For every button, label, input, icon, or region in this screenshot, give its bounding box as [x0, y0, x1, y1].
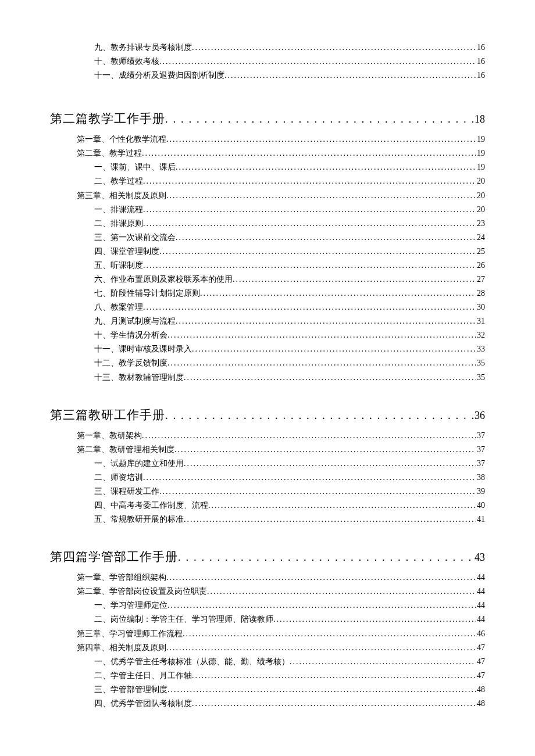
toc-entry-page: 19 — [476, 132, 485, 146]
toc-entry-title: 第二章、教研管理相关制度 — [77, 443, 174, 457]
toc-entry: 一、学习管理师定位...............................… — [50, 599, 485, 612]
toc-entry: 七、阶段性辅导计划制定原则...........................… — [50, 286, 485, 300]
toc-entry-title: 一、排课流程 — [94, 203, 143, 217]
toc-entry-page: 48 — [476, 697, 485, 711]
toc-leader-dots: ........................................… — [184, 371, 476, 385]
toc-continuation: 九、教务排课专员考核制度 ...........................… — [50, 41, 485, 83]
toc-part-title: 第二篇教学工作手册 — [50, 110, 165, 127]
toc-entry: 十、教师绩效考核 ...............................… — [50, 55, 485, 69]
toc-leader-dots: ........................................… — [184, 457, 476, 471]
toc-entry-page: 44 — [476, 599, 485, 612]
toc-leader-dots: ........................................… — [143, 300, 476, 314]
toc-leader-dots: ........................................… — [208, 499, 476, 513]
toc-entry: 五、常规教研开展的标准.............................… — [50, 513, 485, 526]
toc-entry-title: 五、常规教研开展的标准 — [94, 513, 184, 526]
toc-entry: 十一、课时审核及课时录入............................… — [50, 342, 485, 356]
toc-part-2: 第二篇教学工作手册 . . . . . . . . . . . . . . . … — [50, 110, 485, 384]
toc-entry: 第二章、教研管理相关制度............................… — [50, 443, 485, 457]
toc-entry-title: 十、教师绩效考核 — [94, 55, 159, 69]
toc-entry-page: 16 — [476, 69, 485, 83]
toc-leader-dots: ........................................… — [176, 314, 476, 328]
toc-leader-dots: ........................................… — [166, 189, 476, 203]
toc-part-page: 36 — [473, 410, 485, 422]
toc-entry-page: 37 — [476, 429, 485, 443]
toc-entry-page: 19 — [476, 160, 485, 174]
toc-leader-dots: ........................................… — [192, 697, 476, 711]
toc-leader-dots: . . . . . . . . . . . . . . . . . . . . … — [165, 409, 473, 422]
toc-entry-title: 一、课前、课中、课后 — [94, 160, 176, 174]
toc-entry-page: 37 — [476, 457, 485, 471]
toc-leader-dots: ........................................… — [184, 513, 476, 526]
toc-entry-page: 40 — [476, 499, 485, 513]
toc-part-title: 第三篇教研工作手册 — [50, 407, 165, 423]
toc-entry-page: 24 — [476, 231, 485, 245]
toc-entry-page: 28 — [476, 286, 485, 300]
toc-entry: 一、课前、课中、课后..............................… — [50, 160, 485, 174]
toc-leader-dots: ........................................… — [176, 160, 476, 174]
toc-entry-page: 19 — [476, 146, 485, 160]
toc-entry-page: 20 — [476, 189, 485, 203]
toc-entry-title: 第一章、教研架构 — [77, 429, 142, 443]
toc-entry: 一、试题库的建立和使用.............................… — [50, 457, 485, 471]
toc-leader-dots: ........................................… — [224, 69, 476, 83]
toc-entry-title: 五、听课制度 — [94, 259, 143, 273]
toc-entry-page: 33 — [476, 342, 485, 356]
toc-leader-dots: ........................................… — [166, 132, 476, 146]
toc-entry-title: 三、学管部管理制度 — [94, 683, 167, 697]
toc-leader-dots: . . . . . . . . . . . . . . . . . . . . … — [165, 113, 473, 126]
toc-leader-dots: ........................................… — [142, 146, 476, 160]
toc-entry: 二、岗位编制：学管主任、学习管理师、陪读教师..................… — [50, 612, 485, 626]
toc-entry-title: 四、优秀学管团队考核制度 — [94, 697, 192, 711]
toc-entry-page: 30 — [476, 300, 485, 314]
toc-entry-title: 第二章、教学过程 — [77, 146, 142, 160]
toc-entry-title: 二、学管主任日、月工作轴 — [94, 669, 192, 683]
toc-entry-page: 44 — [476, 571, 485, 585]
toc-entry-title: 二、排课原则 — [94, 217, 143, 231]
toc-leader-dots: ........................................… — [167, 356, 476, 370]
toc-leader-dots: ........................................… — [143, 471, 476, 485]
toc-entry-title: 一、试题库的建立和使用 — [94, 457, 184, 471]
toc-entry-title: 第二章、学管部岗位设置及岗位职责 — [77, 585, 207, 599]
toc-leader-dots: ........................................… — [143, 203, 476, 217]
toc-entry-title: 四、中高考考委工作制度、流程 — [94, 499, 208, 513]
toc-entry-title: 十一、成绩分析及退费归因剖析制度 — [94, 69, 224, 83]
toc-leader-dots: ........................................… — [207, 585, 476, 599]
toc-entry-page: 31 — [476, 314, 485, 328]
toc-entry-title: 第三章、相关制度及原则 — [77, 189, 166, 203]
toc-leader-dots: ........................................… — [143, 217, 476, 231]
toc-leader-dots: ........................................… — [192, 342, 476, 356]
toc-entry: 五、听课制度..................................… — [50, 259, 485, 273]
toc-entry-page: 25 — [476, 245, 485, 259]
toc-entry: 一、优秀学管主任考核标准（从德、能、勤、绩考核）................… — [50, 655, 485, 669]
toc-entry-page: 47 — [476, 641, 485, 655]
toc-entry-title: 第三章、学习管理师工作流程 — [77, 627, 183, 641]
toc-entry: 二、教学过程..................................… — [50, 174, 485, 188]
toc-leader-dots: ........................................… — [200, 286, 476, 300]
toc-leader-dots: ........................................… — [159, 485, 476, 499]
toc-leader-dots: ........................................… — [273, 612, 476, 626]
toc-entry-page: 44 — [476, 612, 485, 626]
toc-entry-page: 35 — [476, 356, 485, 370]
toc-leader-dots: ........................................… — [183, 627, 476, 641]
toc-entry-title: 十二、教学反馈制度 — [94, 356, 167, 370]
toc-part-4: 第四篇学管部工作手册 . . . . . . . . . . . . . . .… — [50, 549, 485, 711]
toc-entry-page: 16 — [476, 55, 485, 69]
toc-entry: 九、教务排课专员考核制度 ...........................… — [50, 41, 485, 55]
toc-entry: 三、第一次课前交流会..............................… — [50, 231, 485, 245]
toc-entry-page: 20 — [476, 203, 485, 217]
toc-entry-title: 十三、教材教辅管理制度 — [94, 371, 184, 385]
toc-entry-page: 47 — [476, 655, 485, 669]
toc-entry: 第一章、个性化教学流程.............................… — [50, 132, 485, 146]
toc-entry: 二、排课原则..................................… — [50, 217, 485, 231]
toc-entry: 三、课程研发工作................................… — [50, 485, 485, 499]
toc-entry-page: 41 — [476, 513, 485, 526]
toc-entry: 四、中高考考委工作制度、流程..........................… — [50, 499, 485, 513]
toc-entry-title: 六、作业布置原则及家校联系本的使用 — [94, 273, 233, 286]
toc-part-heading: 第四篇学管部工作手册 . . . . . . . . . . . . . . .… — [50, 549, 485, 565]
toc-entry: 十三、教材教辅管理制度.............................… — [50, 371, 485, 385]
toc-entry: 第三章、学习管理师工作流程...........................… — [50, 627, 485, 641]
toc-part-page: 43 — [473, 551, 485, 564]
toc-part-3: 第三篇教研工作手册 . . . . . . . . . . . . . . . … — [50, 407, 485, 527]
toc-part-heading: 第二篇教学工作手册 . . . . . . . . . . . . . . . … — [50, 110, 485, 127]
toc-entry-page: 35 — [476, 371, 485, 385]
